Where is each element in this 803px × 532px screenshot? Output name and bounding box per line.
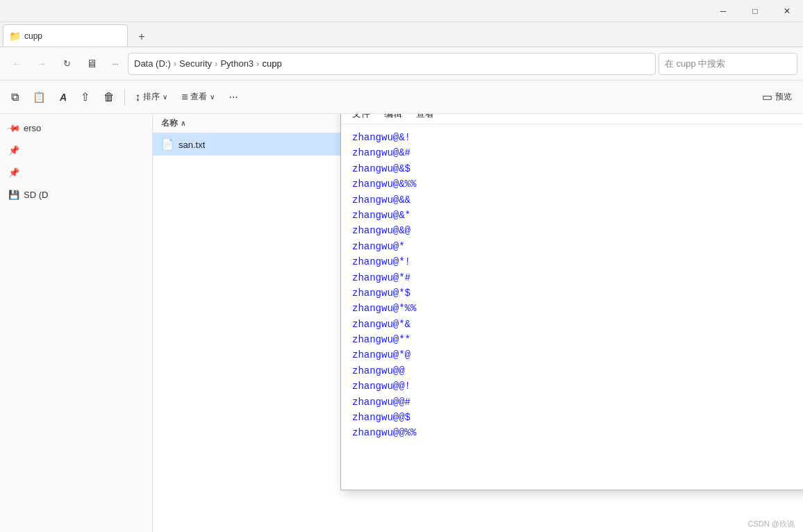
toolbar-row: ⧉ 📋 A ⇧ 🗑 ↕ 排序 ∨ ≡ 查看 ∨ ··· ▭ 预览 (0, 81, 803, 114)
column-sort-icon: ∧ (181, 119, 185, 127)
share-button[interactable]: ⇧ (75, 85, 95, 110)
notepad-menu-edit[interactable]: 编辑 (379, 114, 408, 122)
sidebar-item-sd[interactable]: 💾 SD (D (0, 183, 152, 206)
breadcrumb-data-d[interactable]: Data (D:) (134, 58, 171, 69)
more-button[interactable]: ··· (223, 85, 243, 110)
back-button[interactable]: ← (6, 53, 28, 75)
column-name-label: 名称 (161, 117, 178, 129)
sidebar-item-erso[interactable]: 📌 erso (0, 117, 152, 139)
pin-icon-2: 📌 (8, 167, 19, 178)
title-bar-controls: ─ □ ✕ (707, 0, 803, 22)
preview-label: 预览 (775, 91, 792, 103)
notepad-menu-bar: 文件 编辑 查看 (341, 114, 803, 124)
view-label: 查看 (190, 91, 207, 103)
toolbar-divider-1 (124, 89, 125, 106)
drive-icon: 💾 (8, 190, 19, 200)
more-icon: ··· (229, 91, 238, 103)
watermark: CSDN @欣说 (748, 519, 795, 529)
breadcrumb-security[interactable]: Security (179, 58, 212, 69)
close-button[interactable]: ✕ (771, 0, 803, 22)
view-chevron-icon: ∨ (210, 93, 215, 101)
title-bar: ─ □ ✕ (0, 0, 803, 22)
breadcrumb-sep-3: › (256, 58, 259, 69)
notepad-content[interactable]: zhangwu@&! zhangwu@&# zhangwu@&$ zhangwu… (341, 124, 803, 490)
breadcrumb-sep-1: › (174, 58, 176, 69)
refresh-button[interactable]: ↻ (56, 53, 78, 75)
breadcrumb-python3[interactable]: Python3 (220, 58, 254, 69)
sidebar-label-erso: erso (24, 123, 41, 133)
tab-folder-icon: 📁 (9, 31, 21, 42)
forward-button[interactable]: → (31, 53, 53, 75)
file-list-area: 名称 ∧ 📄 san.txt 📝 san.txt ✕ + ─ (153, 114, 803, 532)
rename-button[interactable]: A (54, 85, 72, 110)
sort-button[interactable]: ↕ 排序 ∨ (129, 85, 173, 110)
file-name-san-txt: san.txt (179, 140, 205, 150)
sidebar-label-sd: SD (D (24, 190, 48, 200)
paste-icon: 📋 (33, 91, 46, 103)
rename-icon: A (60, 92, 67, 103)
copy-icon: ⧉ (11, 91, 19, 103)
delete-icon: 🗑 (104, 91, 115, 103)
pin-icon-erso: 📌 (6, 120, 22, 135)
view-icon: ≡ (181, 91, 188, 103)
main-content: 📌 erso 📌 📌 💾 SD (D 名称 ∧ 📄 san.txt (0, 114, 803, 532)
tab-label: cupp (24, 31, 42, 41)
pin-icon-1: 📌 (8, 145, 19, 156)
maximize-button[interactable]: □ (739, 0, 771, 22)
sidebar-item-pin2[interactable]: 📌 (0, 161, 152, 183)
address-bar-row: ← → ↻ 🖥 ··· Data (D:) › Security › Pytho… (0, 47, 803, 81)
tab-cupp[interactable]: 📁 cupp (3, 24, 128, 47)
view-button[interactable]: ≡ 查看 ∨ (176, 85, 220, 110)
notepad-menu-file[interactable]: 文件 (347, 114, 376, 122)
breadcrumb-sep-2: › (215, 58, 217, 69)
new-tab-button[interactable]: + (131, 27, 153, 47)
notepad-window: 📝 san.txt ✕ + ─ 文件 编辑 查看 zhangwu@&! zhan… (340, 114, 803, 490)
sort-label: 排序 (143, 91, 160, 103)
breadcrumb-cupp[interactable]: cupp (262, 58, 281, 69)
preview-button[interactable]: ▭ 预览 (756, 85, 797, 110)
search-box[interactable]: 在 cupp 中搜索 (659, 53, 797, 75)
copy-button[interactable]: ⧉ (6, 85, 24, 110)
sidebar-item-pin1[interactable]: 📌 (0, 139, 152, 161)
delete-button[interactable]: 🗑 (98, 85, 120, 110)
sort-icon: ↕ (135, 91, 140, 103)
paste-button[interactable]: 📋 (27, 85, 51, 110)
share-icon: ⇧ (81, 90, 90, 103)
computer-icon: 🖥 (81, 53, 103, 75)
sort-chevron-icon: ∨ (163, 93, 167, 101)
notepad-menu-view[interactable]: 查看 (411, 114, 440, 122)
search-placeholder: 在 cupp 中搜索 (665, 58, 725, 70)
tab-bar: 📁 cupp + (0, 22, 803, 47)
preview-icon: ▭ (762, 90, 772, 103)
file-txt-icon: 📄 (161, 138, 174, 151)
left-sidebar: 📌 erso 📌 📌 💾 SD (D (0, 114, 153, 532)
minimize-button[interactable]: ─ (707, 0, 739, 22)
breadcrumb: Data (D:) › Security › Python3 › cupp (128, 53, 656, 75)
breadcrumb-expand-button[interactable]: ··· (106, 53, 125, 75)
